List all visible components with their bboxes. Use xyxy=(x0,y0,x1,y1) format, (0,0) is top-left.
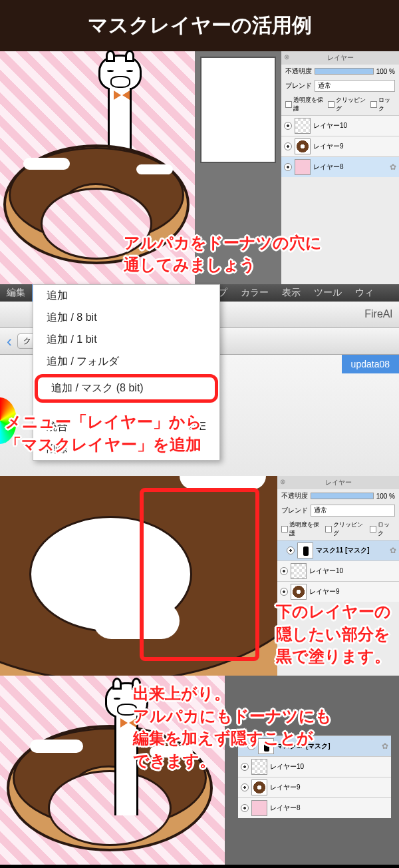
menu-add[interactable]: 追加 xyxy=(33,285,219,307)
layer-item-mask[interactable]: マスク11 [マスク] ✿ xyxy=(277,540,399,560)
section-1: ⊗レイヤー 不透明度 100 % ブレンド 通常 透明度を保護 クリッピング ロ… xyxy=(0,51,399,284)
menu-add-1bit[interactable]: 追加 / 1 bit xyxy=(33,329,219,351)
blend-label: ブレンド xyxy=(285,81,312,91)
caption-2: メニュー「レイヤー」から 「マスクレイヤー」を追加 xyxy=(5,411,202,455)
gear-icon[interactable]: ✿ xyxy=(382,742,388,751)
blend-select[interactable]: 通常 xyxy=(315,80,395,92)
app-name: FireAl xyxy=(364,308,392,320)
layer-thumbnail xyxy=(295,159,311,175)
layer-thumbnail xyxy=(295,138,311,154)
menu-color[interactable]: カラー xyxy=(234,284,275,302)
protect-alpha-checkbox[interactable] xyxy=(285,101,292,108)
layer-thumbnail xyxy=(291,563,307,579)
clipping-checkbox[interactable] xyxy=(328,101,334,108)
layer-item[interactable]: レイヤー9 xyxy=(281,136,399,156)
section-3: ⊗レイヤー 不透明度 100 % ブレンド 通常 透明度を保護 クリッピング ロ… xyxy=(0,476,399,676)
menu-window[interactable]: ウィ xyxy=(348,284,380,302)
lock-checkbox[interactable] xyxy=(370,526,376,533)
blend-label: ブレンド xyxy=(281,506,308,515)
canvas-closeup xyxy=(0,476,277,676)
visibility-icon[interactable] xyxy=(241,804,249,812)
layer-item[interactable]: レイヤー8 ✿ xyxy=(281,156,399,177)
opacity-value: 100 % xyxy=(376,493,395,500)
close-icon[interactable]: ⊗ xyxy=(280,478,285,485)
caption-1: アルパカをドーナツの穴に 通してみましょう xyxy=(124,232,322,276)
section-4: マスク11 [マスク] ✿ レイヤー10 レイヤー9 レイヤー8 xyxy=(0,676,399,865)
opacity-slider[interactable] xyxy=(315,68,374,75)
back-icon[interactable]: ‹ xyxy=(7,332,12,351)
layer-thumbnail xyxy=(297,542,313,558)
caption-4: 出来上がり。 アルパカにもドーナツにも 編集を加えず隠すことが できます。 xyxy=(133,682,332,771)
menu-add-folder[interactable]: 追加 / フォルダ xyxy=(33,351,219,373)
visibility-icon[interactable] xyxy=(284,122,292,130)
page-title: マスクレイヤーの活用例 xyxy=(0,0,399,51)
visibility-icon[interactable] xyxy=(284,142,292,150)
menu-view[interactable]: 表示 xyxy=(275,284,307,302)
clipping-checkbox[interactable] xyxy=(325,526,332,533)
document-tab[interactable]: updata08 xyxy=(342,355,399,373)
section-2: 編集 レイヤー フィルタ 選択範囲 スナップ カラー 表示 ツール ウィ Fir… xyxy=(0,284,399,476)
menu-add-8bit[interactable]: 追加 / 8 bit xyxy=(33,307,219,329)
caption-3: 下のレイヤーの 隠したい部分を 黒で塗ります。 xyxy=(276,600,391,668)
layer-item[interactable]: レイヤー9 xyxy=(277,581,399,602)
menu-tool[interactable]: ツール xyxy=(307,284,348,302)
layer-thumbnail xyxy=(251,779,267,795)
layer-thumbnail xyxy=(291,584,307,600)
gear-icon[interactable]: ✿ xyxy=(390,546,396,555)
opacity-label: 不透明度 xyxy=(281,491,308,501)
menu-edit[interactable]: 編集 xyxy=(0,284,32,302)
visibility-icon[interactable] xyxy=(287,546,295,554)
protect-alpha-checkbox[interactable] xyxy=(281,526,288,533)
menu-add-mask[interactable]: 追加 / マスク (8 bit) xyxy=(35,374,218,403)
opacity-slider[interactable] xyxy=(311,493,374,499)
layer-thumbnail xyxy=(251,800,267,816)
blend-select[interactable]: 通常 xyxy=(311,505,395,517)
visibility-icon[interactable] xyxy=(280,588,288,596)
opacity-value: 100 % xyxy=(376,68,395,75)
layer-item[interactable]: レイヤー8 xyxy=(238,797,391,818)
visibility-icon[interactable] xyxy=(284,163,292,171)
navigator-preview xyxy=(200,57,276,163)
panel-title: ⊗レイヤー xyxy=(281,51,399,65)
panel-title: ⊗レイヤー xyxy=(277,476,399,489)
layer-item[interactable]: レイヤー9 xyxy=(238,777,391,797)
visibility-icon[interactable] xyxy=(280,567,288,575)
lock-checkbox[interactable] xyxy=(370,101,377,108)
highlight-box xyxy=(140,488,259,661)
layer-item[interactable]: レイヤー10 xyxy=(277,560,399,581)
layer-item[interactable]: レイヤー10 xyxy=(281,115,399,136)
visibility-icon[interactable] xyxy=(241,783,249,791)
layer-thumbnail xyxy=(295,118,311,134)
gear-icon[interactable]: ✿ xyxy=(390,162,396,172)
opacity-label: 不透明度 xyxy=(285,67,312,76)
close-icon[interactable]: ⊗ xyxy=(284,53,289,61)
